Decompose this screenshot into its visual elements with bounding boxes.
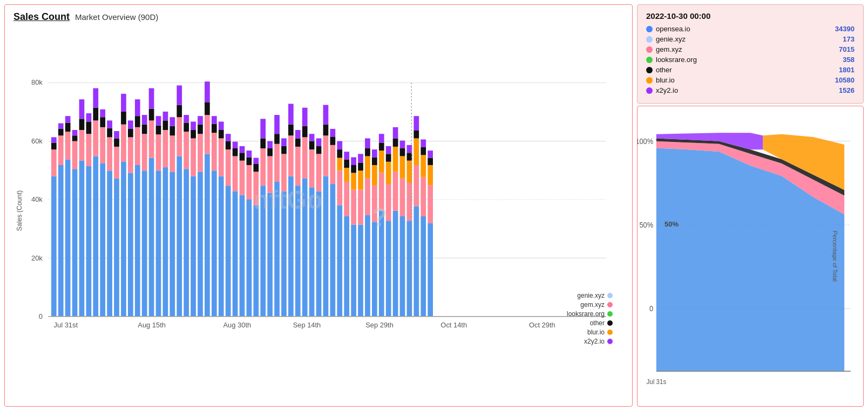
svg-rect-85 bbox=[177, 105, 182, 118]
svg-rect-30 bbox=[79, 99, 85, 119]
svg-rect-59 bbox=[135, 165, 140, 317]
svg-rect-149 bbox=[288, 125, 294, 136]
svg-rect-52 bbox=[121, 125, 126, 162]
svg-rect-68 bbox=[149, 120, 154, 157]
svg-text:100%: 100% bbox=[638, 137, 653, 146]
svg-rect-88 bbox=[184, 132, 189, 169]
svg-rect-208 bbox=[379, 143, 384, 150]
svg-rect-196 bbox=[365, 179, 370, 215]
svg-rect-132 bbox=[260, 148, 266, 186]
svg-rect-188 bbox=[351, 165, 356, 173]
svg-rect-37 bbox=[93, 108, 98, 121]
tooltip-left: opensea.io bbox=[646, 25, 690, 33]
svg-rect-20 bbox=[65, 132, 71, 160]
legend-row: gem.xyz bbox=[567, 301, 613, 309]
svg-rect-14 bbox=[51, 137, 57, 142]
tooltip-row-looksrare: looksrare.org 358 bbox=[646, 56, 855, 64]
svg-rect-217 bbox=[393, 147, 398, 172]
svg-rect-175 bbox=[337, 205, 342, 316]
svg-rect-165 bbox=[316, 146, 322, 154]
svg-rect-43 bbox=[107, 170, 112, 316]
bar-chart-svg: 0 20k 40k 60k 80k Sales (Count) bbox=[13, 27, 623, 372]
svg-rect-139 bbox=[274, 182, 280, 317]
legend-row: looksrare.org bbox=[567, 310, 613, 318]
svg-rect-191 bbox=[358, 189, 363, 224]
svg-rect-186 bbox=[351, 189, 356, 224]
svg-rect-221 bbox=[400, 179, 405, 216]
svg-rect-184 bbox=[344, 152, 349, 159]
svg-rect-50 bbox=[114, 131, 119, 138]
svg-rect-103 bbox=[212, 170, 217, 316]
tooltip-left: gem.xyz bbox=[646, 45, 682, 53]
legend-dot-genie bbox=[607, 293, 613, 298]
svg-rect-128 bbox=[253, 172, 259, 205]
svg-rect-26 bbox=[72, 130, 78, 135]
svg-rect-136 bbox=[267, 156, 273, 193]
y-axis-label-pct: Percentage of Total bbox=[832, 231, 839, 282]
svg-rect-179 bbox=[337, 141, 342, 149]
tooltip-value-other: 1801 bbox=[822, 66, 855, 74]
svg-rect-231 bbox=[413, 165, 419, 206]
svg-rect-133 bbox=[260, 138, 266, 148]
svg-rect-116 bbox=[233, 156, 238, 191]
svg-rect-33 bbox=[86, 121, 92, 134]
svg-rect-192 bbox=[358, 170, 363, 189]
svg-text:80k: 80k bbox=[31, 79, 43, 87]
svg-rect-233 bbox=[413, 131, 419, 138]
svg-rect-212 bbox=[386, 162, 391, 184]
svg-rect-104 bbox=[212, 133, 217, 170]
tooltip-row-opensea: opensea.io 34390 bbox=[646, 25, 855, 33]
svg-rect-38 bbox=[93, 88, 98, 108]
svg-rect-146 bbox=[281, 138, 287, 146]
tooltip-left: x2y2.io bbox=[646, 86, 678, 94]
svg-rect-162 bbox=[309, 134, 315, 141]
tooltip-left: looksrare.org bbox=[646, 56, 697, 64]
svg-rect-199 bbox=[365, 138, 370, 148]
svg-rect-119 bbox=[240, 195, 245, 317]
svg-rect-182 bbox=[344, 168, 349, 182]
svg-rect-69 bbox=[149, 109, 154, 121]
svg-rect-57 bbox=[128, 129, 133, 137]
main-container: Sales Count Market Overview (90D) nftGo … bbox=[0, 0, 868, 411]
legend-row: x2y2.io bbox=[567, 338, 613, 345]
svg-text:Jul 31st: Jul 31st bbox=[54, 322, 78, 330]
legend-dot-other bbox=[607, 320, 613, 326]
svg-rect-131 bbox=[260, 186, 266, 317]
svg-rect-237 bbox=[421, 155, 426, 177]
svg-rect-236 bbox=[421, 177, 426, 216]
svg-rect-164 bbox=[316, 154, 322, 191]
tooltip-label-other: other bbox=[656, 66, 672, 74]
svg-rect-74 bbox=[156, 116, 161, 126]
svg-rect-195 bbox=[365, 215, 370, 317]
svg-rect-45 bbox=[107, 128, 112, 138]
svg-text:Sep 29th: Sep 29th bbox=[365, 322, 394, 330]
svg-rect-170 bbox=[323, 105, 329, 125]
svg-rect-204 bbox=[372, 149, 377, 157]
svg-rect-36 bbox=[93, 120, 98, 156]
svg-rect-71 bbox=[156, 170, 161, 316]
svg-rect-107 bbox=[219, 176, 224, 317]
svg-rect-121 bbox=[240, 153, 245, 160]
svg-rect-194 bbox=[358, 154, 363, 163]
svg-rect-44 bbox=[107, 137, 112, 170]
svg-rect-28 bbox=[79, 130, 85, 161]
svg-rect-16 bbox=[58, 135, 64, 165]
svg-rect-181 bbox=[344, 182, 349, 216]
svg-rect-56 bbox=[128, 137, 133, 173]
svg-rect-140 bbox=[274, 144, 280, 182]
legend-label-genie: genie.xyz bbox=[577, 292, 605, 299]
svg-text:60k: 60k bbox=[31, 138, 43, 145]
svg-rect-117 bbox=[233, 148, 238, 156]
svg-rect-53 bbox=[121, 112, 126, 125]
svg-rect-15 bbox=[58, 165, 64, 317]
svg-rect-171 bbox=[330, 184, 336, 317]
svg-rect-78 bbox=[163, 112, 168, 121]
svg-rect-135 bbox=[267, 193, 273, 317]
svg-rect-93 bbox=[191, 130, 196, 138]
svg-rect-99 bbox=[205, 154, 210, 316]
svg-rect-178 bbox=[337, 149, 342, 157]
svg-rect-189 bbox=[351, 157, 356, 165]
svg-text:Oct 14th: Oct 14th bbox=[440, 322, 467, 330]
svg-rect-65 bbox=[142, 125, 147, 134]
dot-x2y2 bbox=[646, 87, 653, 94]
